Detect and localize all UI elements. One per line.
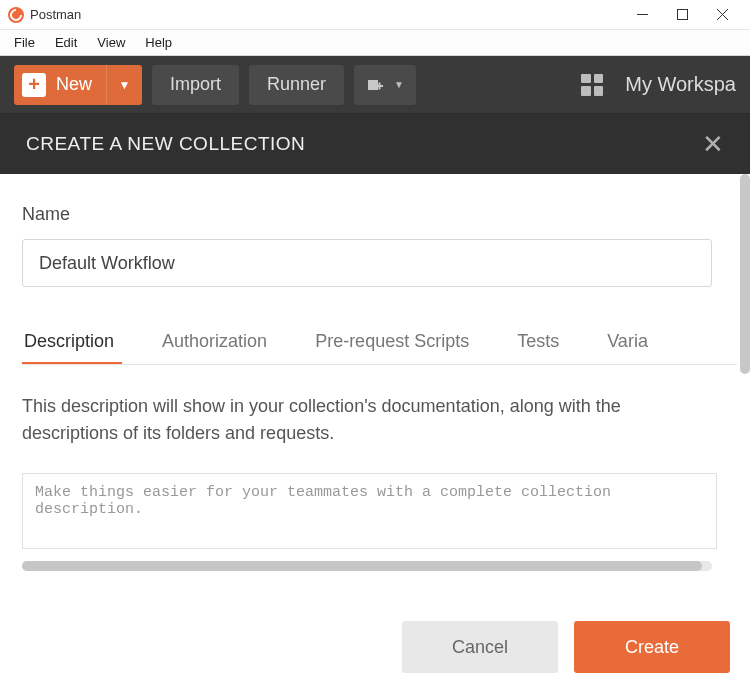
modal-header: CREATE A NEW COLLECTION ✕ [0,114,750,174]
create-button[interactable]: Create [574,621,730,673]
modal-body: Name Description Authorization Pre-reque… [0,174,750,581]
workspace-label[interactable]: My Workspa [625,73,736,96]
app-title: Postman [30,7,81,22]
close-window-button[interactable] [702,1,742,29]
horizontal-scrollbar-thumb[interactable] [22,561,702,571]
new-tab-plus-icon [366,76,384,94]
create-button-label: Create [625,637,679,658]
cancel-button-label: Cancel [452,637,508,658]
menu-edit[interactable]: Edit [45,33,87,52]
modal-title: CREATE A NEW COLLECTION [26,133,305,155]
modal-footer: Cancel Create [402,621,730,673]
menubar: File Edit View Help [0,30,750,56]
minimize-button[interactable] [622,1,662,29]
main-toolbar: + New ▼ Import Runner ▼ My Workspa [0,56,750,114]
horizontal-scrollbar[interactable] [22,561,712,571]
menu-view[interactable]: View [87,33,135,52]
runner-button-label: Runner [267,74,326,95]
new-tab-button[interactable]: ▼ [354,65,416,105]
vertical-scrollbar[interactable] [740,174,750,560]
postman-logo-icon [8,7,24,23]
runner-button[interactable]: Runner [249,65,344,105]
modal-tabs: Description Authorization Pre-request Sc… [22,323,737,365]
import-button-label: Import [170,74,221,95]
tab-variables[interactable]: Varia [605,323,650,364]
menu-file[interactable]: File [4,33,45,52]
tab-tests[interactable]: Tests [515,323,561,364]
vertical-scrollbar-thumb[interactable] [740,174,750,374]
cancel-button[interactable]: Cancel [402,621,558,673]
description-help-text: This description will show in your colle… [22,393,712,447]
collection-name-input[interactable] [22,239,712,287]
new-button[interactable]: + New ▼ [14,65,142,105]
maximize-button[interactable] [662,1,702,29]
window-titlebar: Postman [0,0,750,30]
menu-help[interactable]: Help [135,33,182,52]
svg-rect-1 [677,10,687,20]
tab-authorization[interactable]: Authorization [160,323,269,364]
tab-prerequest-scripts[interactable]: Pre-request Scripts [313,323,471,364]
workspaces-grid-icon[interactable] [581,74,603,96]
close-icon[interactable]: ✕ [702,129,724,160]
description-textarea[interactable] [22,473,717,549]
name-field-label: Name [22,204,728,225]
tab-description[interactable]: Description [22,323,116,364]
new-dropdown-icon[interactable]: ▼ [106,65,142,105]
import-button[interactable]: Import [152,65,239,105]
svg-rect-6 [379,82,381,89]
plus-icon: + [22,73,46,97]
new-button-label: New [46,74,106,95]
chevron-down-icon: ▼ [394,79,404,90]
